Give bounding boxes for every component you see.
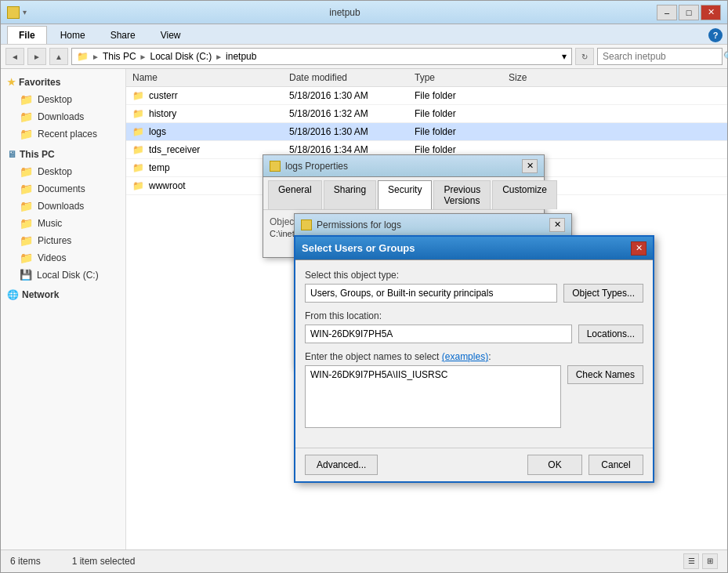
folder-icon: 📁 — [132, 90, 144, 101]
check-names-button[interactable]: Check Names — [567, 365, 643, 384]
sidebar-favorites-group: ★ Favorites 📁 Desktop 📁 Downloads 📁 Rece… — [1, 74, 125, 143]
table-row[interactable]: 📁history 5/18/2016 1:32 AM File folder — [126, 105, 727, 123]
select-users-ok-button[interactable]: OK — [527, 455, 582, 475]
folder-icon: 📁 — [20, 234, 33, 247]
address-dropdown[interactable]: ▾ — [562, 51, 567, 62]
search-input[interactable] — [603, 51, 720, 62]
tab-home[interactable]: Home — [49, 26, 97, 44]
path-this-pc[interactable]: This PC — [103, 51, 136, 62]
favorites-icon: ★ — [7, 77, 16, 88]
path-folder-icon: 📁 — [77, 51, 89, 62]
sidebar-favorites-header: ★ Favorites — [1, 74, 125, 91]
explorer-title-bar: ▾ inetpub – □ ✕ — [1, 1, 727, 24]
object-type-input: Users, Groups, or Built-in security prin… — [305, 284, 557, 303]
tab-share[interactable]: Share — [99, 26, 147, 44]
folder-icon: 📁 — [20, 217, 33, 230]
select-users-body: Select this object type: Users, Groups, … — [295, 260, 653, 448]
sidebar-item-documents[interactable]: 📁 Documents — [1, 180, 125, 198]
close-button[interactable]: ✕ — [701, 5, 721, 20]
names-row: Check Names — [305, 365, 643, 430]
up-button[interactable]: ▲ — [49, 48, 68, 65]
logs-properties-tabs: General Sharing Security Previous Versio… — [263, 177, 544, 210]
object-type-input-wrap: Users, Groups, or Built-in security prin… — [305, 284, 557, 303]
dialog-folder-icon — [301, 219, 312, 230]
folder-icon: 📁 — [20, 111, 33, 123]
folder-icon: 📁 — [20, 128, 33, 140]
names-label: Enter the object names to select (exampl… — [305, 351, 643, 362]
select-users-close-button[interactable]: ✕ — [631, 241, 647, 256]
tab-general[interactable]: General — [268, 180, 322, 209]
tab-security[interactable]: Security — [378, 180, 432, 209]
logs-properties-title: logs Properties — [285, 161, 522, 172]
permissions-close-button[interactable]: ✕ — [549, 218, 565, 232]
folder-icon: 📁 — [20, 165, 33, 178]
view-icons: ☰ ⊞ — [683, 553, 718, 569]
sidebar-item-local-disk[interactable]: 💾 Local Disk (C:) — [1, 267, 125, 283]
disk-icon: 💾 — [20, 269, 32, 281]
sidebar: ★ Favorites 📁 Desktop 📁 Downloads 📁 Rece… — [1, 69, 126, 549]
col-name-header[interactable]: Name — [132, 72, 289, 83]
path-local-disk[interactable]: Local Disk (C:) — [150, 51, 212, 62]
refresh-button[interactable]: ↻ — [575, 48, 594, 65]
advanced-button[interactable]: Advanced... — [305, 455, 378, 475]
select-users-cancel-button[interactable]: Cancel — [589, 455, 643, 475]
permissions-title-bar: Permissions for logs ✕ — [295, 214, 571, 236]
logs-properties-close-button[interactable]: ✕ — [522, 159, 538, 173]
object-types-button[interactable]: Object Types... — [563, 284, 643, 303]
quick-access-icons: ▾ — [23, 8, 27, 16]
maximize-button[interactable]: □ — [679, 5, 699, 20]
search-icon[interactable]: 🔍 — [723, 51, 728, 62]
table-row[interactable]: 📁logs 5/18/2016 1:30 AM File folder — [126, 123, 727, 141]
select-users-dialog: Select Users or Groups ✕ Select this obj… — [294, 235, 654, 483]
table-row[interactable]: 📁custerr 5/18/2016 1:30 AM File folder — [126, 87, 727, 105]
minimize-button[interactable]: – — [657, 5, 677, 20]
names-input-wrap — [305, 365, 561, 430]
tab-previous-versions[interactable]: Previous Versions — [433, 180, 491, 209]
object-type-row: Users, Groups, or Built-in security prin… — [305, 284, 643, 303]
sidebar-item-pc-desktop[interactable]: 📁 Desktop — [1, 163, 125, 180]
folder-icon: 📁 — [132, 144, 144, 155]
explorer-app-icon — [7, 6, 20, 19]
folder-icon: 📁 — [132, 180, 144, 191]
folder-icon: 📁 — [20, 183, 33, 195]
large-icons-view-button[interactable]: ⊞ — [702, 553, 718, 569]
sidebar-item-videos[interactable]: 📁 Videos — [1, 249, 125, 267]
status-bar: 6 items 1 item selected ☰ ⊞ — [1, 549, 727, 571]
sidebar-network-header: 🌐 Network — [1, 286, 125, 303]
examples-link[interactable]: (examples) — [442, 351, 488, 362]
address-bar: ◄ ► ▲ 📁 ► This PC ► Local Disk (C:) ► in… — [1, 45, 727, 69]
names-textarea[interactable] — [305, 365, 561, 428]
tab-view[interactable]: View — [149, 26, 193, 44]
sidebar-item-pictures[interactable]: 📁 Pictures — [1, 232, 125, 249]
folder-icon: 📁 — [20, 252, 33, 264]
help-icon[interactable]: ? — [708, 26, 727, 44]
sidebar-network-group: 🌐 Network — [1, 286, 125, 303]
path-inetpub[interactable]: inetpub — [226, 51, 256, 62]
tab-file[interactable]: File — [7, 26, 47, 44]
col-type-header[interactable]: Type — [415, 72, 509, 83]
ribbon-tabs: File Home Share View ? — [1, 24, 727, 45]
sidebar-item-recent-places[interactable]: 📁 Recent places — [1, 125, 125, 143]
back-button[interactable]: ◄ — [5, 48, 24, 65]
pc-icon: 🖥 — [7, 149, 16, 160]
col-date-header[interactable]: Date modified — [289, 72, 415, 83]
window-controls: – □ ✕ — [657, 5, 721, 20]
items-count: 6 items — [10, 556, 41, 567]
sidebar-item-downloads[interactable]: 📁 Downloads — [1, 108, 125, 125]
details-view-button[interactable]: ☰ — [683, 553, 699, 569]
search-box: 🔍 — [597, 48, 723, 65]
sidebar-item-desktop[interactable]: 📁 Desktop — [1, 91, 125, 108]
sidebar-item-music[interactable]: 📁 Music — [1, 215, 125, 232]
address-path[interactable]: 📁 ► This PC ► Local Disk (C:) ► inetpub … — [71, 48, 572, 65]
col-size-header[interactable]: Size — [509, 72, 571, 83]
logs-properties-title-bar: logs Properties ✕ — [263, 155, 544, 177]
tab-customize[interactable]: Customize — [492, 180, 557, 209]
forward-button[interactable]: ► — [27, 48, 46, 65]
locations-button[interactable]: Locations... — [578, 325, 643, 343]
sidebar-item-pc-downloads[interactable]: 📁 Downloads — [1, 198, 125, 215]
sidebar-this-pc-header: 🖥 This PC — [1, 146, 125, 163]
tab-sharing[interactable]: Sharing — [324, 180, 376, 209]
folder-icon: 📁 — [20, 200, 33, 212]
location-input-wrap: WIN-26DK9I7PH5A — [305, 325, 572, 343]
file-list-header: Name Date modified Type Size — [126, 69, 727, 87]
